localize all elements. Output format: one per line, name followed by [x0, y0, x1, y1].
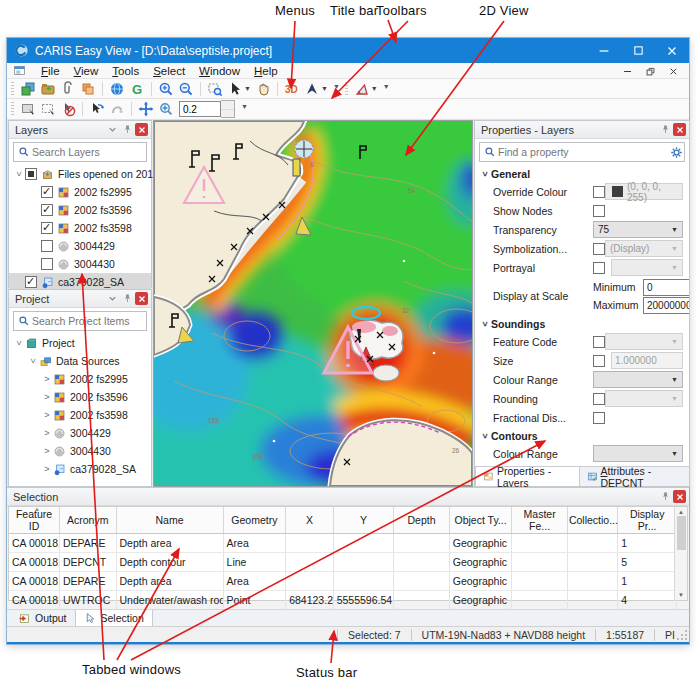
colour-range-dropdown[interactable]: ▼ — [593, 445, 683, 462]
dropdown-arrow-icon[interactable]: ▼ — [667, 226, 682, 233]
layers-menu-chevron-icon[interactable] — [105, 123, 119, 136]
rounding-dropdown[interactable]: ▼ — [605, 390, 683, 407]
symbolization-checkbox[interactable] — [593, 243, 605, 255]
selection-pin-icon[interactable] — [658, 490, 672, 503]
select-rect-add-button[interactable] — [39, 100, 57, 118]
zoom-in-button[interactable] — [157, 80, 175, 98]
tree-item-2002-fs3596[interactable]: >2002 fs3596 — [9, 388, 151, 406]
dropdown-arrow-icon[interactable]: ▼ — [244, 85, 251, 92]
layer-checkbox[interactable] — [41, 204, 53, 216]
column-header-object-ty[interactable]: Object Ty... — [449, 507, 512, 534]
tab-attributes-depcnt[interactable]: Attributes - DEPCNT — [580, 467, 689, 486]
layer-checkbox[interactable] — [41, 186, 53, 198]
tree-expander-icon[interactable]: > — [41, 428, 53, 438]
zoom-selection-button[interactable] — [157, 100, 175, 118]
scale-max-input[interactable]: 2000000000 — [643, 297, 689, 314]
symbolization-dropdown[interactable]: (Display)▼ — [605, 240, 683, 257]
google-earth-button[interactable] — [128, 80, 146, 98]
measure-angle-button[interactable]: ▼ — [353, 80, 379, 98]
menu-item-tools[interactable]: Tools — [105, 65, 146, 77]
column-header-collectio[interactable]: Collectio... — [567, 507, 617, 534]
dropdown-arrow-icon[interactable]: ▼ — [667, 376, 682, 383]
tree-expander-icon[interactable]: > — [41, 446, 53, 456]
dropdown-arrow-icon[interactable]: ▼ — [321, 85, 328, 92]
open-folder-button[interactable] — [39, 80, 57, 98]
resize-grip-icon[interactable] — [677, 628, 689, 642]
colour-swatch[interactable] — [612, 186, 623, 197]
menu-item-help[interactable]: Help — [247, 65, 285, 77]
tree-item-2002-fs3596[interactable]: 2002 fs3596 — [9, 201, 151, 219]
portrayal-dropdown[interactable]: ▼ — [611, 259, 683, 276]
spinner-up-icon[interactable] — [221, 101, 234, 110]
properties-panel-header[interactable]: Properties - Layers — [475, 121, 689, 139]
minimize-button[interactable] — [587, 38, 621, 63]
spinner-buttons[interactable] — [221, 100, 235, 118]
table-row[interactable]: CA 00018...DEPAREDepth areaArea Geograph… — [9, 534, 677, 553]
size-input[interactable]: 1.000000 — [611, 352, 683, 369]
rounding-checkbox[interactable] — [593, 393, 605, 405]
pan-hand-button[interactable] — [254, 80, 272, 98]
property-settings-gear-button[interactable] — [664, 143, 684, 161]
copy-layers-button[interactable] — [79, 80, 97, 98]
toolbar-overflow-button[interactable]: ▼ — [380, 79, 393, 90]
table-row[interactable]: CA 00018...DEPCNTDepth contourLine Geogr… — [9, 553, 677, 572]
tree-item-3004430[interactable]: >3004430 — [9, 442, 151, 460]
layers-search-input[interactable] — [30, 146, 146, 158]
fractional-dis-checkbox[interactable] — [593, 412, 605, 424]
dropdown-arrow-icon[interactable]: ▼ — [667, 245, 682, 252]
toolbar-grip-handle[interactable] — [11, 102, 14, 116]
mdi-close-button[interactable] — [668, 64, 679, 76]
project-menu-chevron-icon[interactable] — [105, 292, 119, 305]
table-row[interactable]: CA 00018...UWTROCUnderwater/awash rockPo… — [9, 591, 677, 610]
scale-min-input[interactable]: 0 — [643, 279, 689, 296]
tree-expander-icon[interactable]: > — [41, 392, 53, 402]
maximize-button[interactable] — [621, 38, 655, 63]
project-search-input[interactable] — [30, 315, 146, 327]
import-file-button[interactable] — [19, 80, 37, 98]
section-header-general[interactable]: >General — [475, 165, 689, 182]
column-header-display-pr[interactable]: Display Pr... — [618, 507, 677, 534]
feature-code-checkbox[interactable] — [593, 336, 605, 348]
toolbar-grip-handle[interactable] — [11, 82, 14, 96]
menu-item-window[interactable]: Window — [192, 65, 247, 77]
map-canvas[interactable]: 65432 26153100 — [154, 121, 472, 486]
close-button[interactable] — [655, 38, 689, 63]
column-header-depth[interactable]: Depth — [394, 507, 450, 534]
toolbar-grip-handle[interactable] — [345, 82, 348, 96]
dropdown-arrow-icon[interactable]: ▼ — [667, 395, 682, 402]
scroll-down-icon[interactable]: ▼ — [678, 592, 684, 598]
tree-expander-icon[interactable]: > — [14, 337, 24, 349]
mdi-restore-button[interactable] — [645, 64, 656, 76]
zoom-out-button[interactable] — [177, 80, 195, 98]
select-cursor-button[interactable]: ▼ — [226, 80, 252, 98]
tree-expander-icon[interactable]: > — [41, 464, 53, 474]
column-header-x[interactable]: X — [286, 507, 333, 534]
select-rect-button[interactable] — [19, 100, 37, 118]
layer-checkbox[interactable] — [41, 258, 53, 270]
tree-expander-icon[interactable]: > — [41, 410, 53, 420]
column-header-master-fe[interactable]: Master Fe... — [512, 507, 568, 534]
tree-item-2002-fs3598[interactable]: >2002 fs3598 — [9, 406, 151, 424]
scroll-up-icon[interactable]: ▲ — [678, 509, 684, 515]
section-expander-icon[interactable]: > — [480, 430, 490, 442]
project-pin-icon[interactable] — [120, 292, 134, 305]
tree-item-2002-fs2995[interactable]: >2002 fs2995 — [9, 370, 151, 388]
toolbar-overflow-button[interactable]: ▼ — [238, 99, 251, 110]
transparency-dropdown[interactable]: 75▼ — [593, 221, 683, 238]
find-property-input[interactable] — [496, 146, 664, 158]
layer-checkbox[interactable] — [25, 168, 37, 180]
portrayal-checkbox[interactable] — [593, 262, 605, 274]
dropdown-arrow-icon[interactable]: ▼ — [667, 264, 682, 271]
selection-panel-header[interactable]: Selection — [7, 488, 689, 506]
move-4way-button[interactable] — [137, 100, 155, 118]
table-row[interactable]: CA 00018...DEPAREDepth areaArea Geograph… — [9, 572, 677, 591]
size-checkbox[interactable] — [593, 355, 605, 367]
dropdown-arrow-icon[interactable]: ▼ — [667, 450, 682, 457]
menu-item-select[interactable]: Select — [146, 65, 192, 77]
layers-close-icon[interactable] — [135, 123, 148, 136]
table-scrollbar[interactable]: ▲▼ — [674, 507, 687, 600]
column-header-feature-id[interactable]: Feature ID▲ — [9, 507, 59, 534]
section-expander-icon[interactable]: > — [480, 168, 490, 180]
project-panel-header[interactable]: Project — [9, 290, 151, 308]
tree-item-2002-fs3598[interactable]: 2002 fs3598 — [9, 219, 151, 237]
